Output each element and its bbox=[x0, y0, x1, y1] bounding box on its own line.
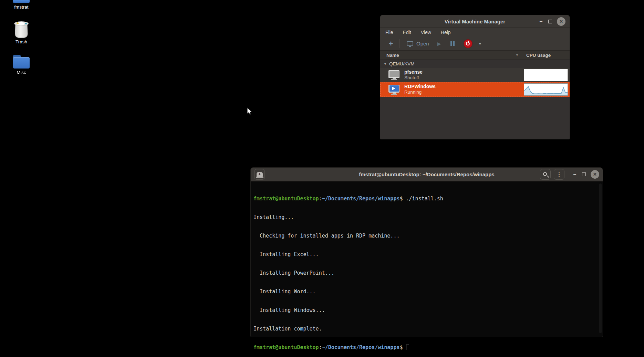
desktop-icon-trash[interactable]: Trash bbox=[3, 21, 39, 44]
folder-icon bbox=[13, 0, 30, 3]
vmm-menubar: File Edit View Help bbox=[380, 28, 570, 37]
command-text: ./install.sh bbox=[403, 196, 443, 202]
vm-list-header: Name ▼ CPU usage bbox=[380, 51, 570, 60]
terminal-line: Installing Windows... bbox=[253, 307, 600, 313]
monitor-foot bbox=[391, 94, 397, 95]
prompt-separator: : bbox=[319, 196, 322, 202]
desktop-icon-label: Misc bbox=[3, 70, 39, 75]
vm-row-pfsense[interactable]: pfsense Shutoff bbox=[380, 68, 570, 82]
run-vm-button[interactable]: ▶ bbox=[437, 41, 441, 46]
menu-button[interactable]: ⋮ bbox=[554, 169, 564, 180]
terminal-line: Installing Word... bbox=[253, 288, 600, 295]
vm-row-rdpwindows[interactable]: RDPWindows Running bbox=[380, 82, 570, 97]
desktop-icon-misc[interactable]: Misc bbox=[3, 55, 39, 75]
terminal-line-prompt: fmstrat@ubuntuDesktop:~/Documents/Repos/… bbox=[253, 196, 600, 202]
vmm-window: Virtual Machine Manager – ✕ File Edit Vi… bbox=[380, 15, 570, 139]
trash-speck bbox=[25, 23, 27, 24]
name-column-label: Name bbox=[386, 53, 399, 58]
prompt-dollar: $ bbox=[399, 196, 403, 202]
terminal-line: Installing Excel... bbox=[253, 251, 600, 258]
terminal-cursor bbox=[406, 345, 409, 350]
monitor-screen bbox=[389, 71, 399, 77]
pause-vm-button[interactable] bbox=[450, 41, 455, 46]
close-button[interactable]: ✕ bbox=[557, 17, 565, 26]
mouse-cursor bbox=[247, 107, 255, 116]
folder-body bbox=[13, 57, 30, 69]
new-vm-button[interactable]: + bbox=[386, 39, 396, 48]
folder-icon bbox=[13, 55, 30, 69]
monitor-frame bbox=[388, 85, 399, 93]
shutdown-vm-button[interactable] bbox=[464, 39, 472, 48]
column-header-cpu[interactable]: CPU usage bbox=[522, 53, 551, 58]
monitor-screen bbox=[389, 85, 399, 92]
expander-icon[interactable]: ▾ bbox=[384, 62, 386, 66]
terminal-line: Checking for installed apps in RDP machi… bbox=[253, 233, 600, 239]
vm-name: pfsense bbox=[404, 69, 423, 75]
vm-list: ▾ QEMU/KVM pfsense Shutoff RDPWindows bbox=[380, 60, 570, 97]
terminal-scrollbar[interactable] bbox=[599, 183, 602, 333]
monitor-foot bbox=[391, 79, 397, 80]
prompt-path: ~/Documents/Repos/winapps bbox=[322, 344, 400, 350]
desktop-icon-label: fmstrat bbox=[3, 4, 39, 10]
kebab-menu-icon: ⋮ bbox=[557, 173, 562, 176]
desktop-icon-fmstrat[interactable]: fmstrat bbox=[3, 0, 39, 10]
terminal-line-prompt: fmstrat@ubuntuDesktop:~/Documents/Repos/… bbox=[253, 344, 600, 350]
cpu-sparkline bbox=[524, 84, 568, 95]
maximize-button[interactable] bbox=[582, 172, 586, 176]
search-button[interactable] bbox=[540, 169, 551, 180]
pause-bar bbox=[453, 41, 455, 46]
vm-monitor-icon-off bbox=[388, 70, 399, 80]
menu-edit[interactable]: Edit bbox=[403, 30, 411, 35]
prompt-separator: : bbox=[319, 344, 322, 350]
terminal-line: Installation complete. bbox=[253, 326, 600, 332]
column-header-name[interactable]: Name ▼ bbox=[380, 53, 522, 58]
open-vm-button[interactable]: Open bbox=[407, 41, 429, 46]
desktop-icon-label: Trash bbox=[3, 39, 39, 44]
vmm-toolbar: + Open ▶ ▾ bbox=[380, 37, 570, 51]
new-terminal-button[interactable] bbox=[254, 169, 265, 180]
vmm-titlebar[interactable]: Virtual Machine Manager – ✕ bbox=[380, 15, 570, 28]
trash-icon bbox=[13, 21, 30, 38]
prompt-dollar: $ bbox=[399, 344, 403, 350]
monitor-frame bbox=[388, 70, 399, 78]
vm-group-row-qemu[interactable]: ▾ QEMU/KVM bbox=[380, 60, 570, 68]
pause-bar bbox=[450, 41, 452, 46]
vm-group-label: QEMU/KVM bbox=[389, 61, 415, 66]
terminal-output[interactable]: fmstrat@ubuntuDesktop:~/Documents/Repos/… bbox=[251, 181, 603, 357]
open-button-label: Open bbox=[416, 41, 429, 46]
new-terminal-icon bbox=[257, 172, 263, 177]
minimize-button[interactable]: – bbox=[539, 20, 543, 23]
monitor-icon bbox=[407, 41, 413, 46]
toolbar-separator bbox=[399, 39, 400, 48]
power-icon-bar bbox=[468, 41, 469, 43]
trash-speck bbox=[17, 22, 19, 24]
vm-texts: pfsense Shutoff bbox=[404, 69, 423, 81]
prompt-path: ~/Documents/Repos/winapps bbox=[322, 196, 400, 202]
cpu-usage-graph-empty bbox=[524, 69, 568, 81]
minimize-button[interactable]: – bbox=[572, 173, 577, 176]
vm-status: Shutoff bbox=[404, 75, 423, 81]
cpu-usage-graph bbox=[524, 83, 568, 96]
terminal-titlebar[interactable]: fmstrat@ubuntuDesktop: ~/Documents/Repos… bbox=[251, 168, 603, 181]
play-icon bbox=[392, 87, 395, 90]
vm-monitor-icon-running bbox=[388, 85, 399, 95]
menu-help[interactable]: Help bbox=[441, 30, 451, 35]
vm-status: Running bbox=[404, 90, 436, 95]
vm-name: RDPWindows bbox=[404, 84, 436, 90]
maximize-button[interactable] bbox=[548, 20, 552, 23]
close-button[interactable]: ✕ bbox=[591, 170, 599, 179]
terminal-window: fmstrat@ubuntuDesktop: ~/Documents/Repos… bbox=[250, 167, 603, 337]
search-icon bbox=[543, 172, 547, 176]
terminal-line: Installing PowerPoint... bbox=[253, 270, 600, 276]
prompt-user-host: fmstrat@ubuntuDesktop bbox=[253, 344, 319, 350]
sort-indicator-icon[interactable]: ▼ bbox=[516, 53, 519, 57]
prompt-user-host: fmstrat@ubuntuDesktop bbox=[253, 196, 319, 202]
menu-file[interactable]: File bbox=[385, 30, 393, 35]
menu-view[interactable]: View bbox=[421, 30, 431, 35]
terminal-line: Installing... bbox=[253, 214, 600, 220]
vm-texts: RDPWindows Running bbox=[404, 84, 436, 95]
shutdown-dropdown-caret[interactable]: ▾ bbox=[479, 41, 481, 46]
